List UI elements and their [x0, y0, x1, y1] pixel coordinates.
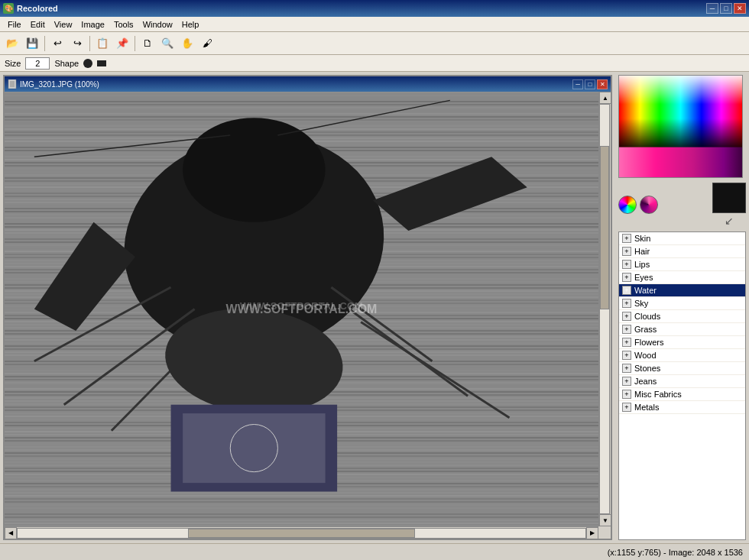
swatch-area: ↙ — [712, 183, 746, 227]
app-title: Recolored — [17, 4, 58, 13]
expand-icon[interactable]: + — [622, 403, 631, 412]
expand-icon[interactable]: + — [622, 299, 631, 308]
category-item-misc-fabrics[interactable]: +Misc Fabrics — [619, 388, 745, 401]
category-item-flowers[interactable]: +Flowers — [619, 336, 745, 349]
size-label: Size — [5, 59, 21, 68]
category-item-grass[interactable]: +Grass — [619, 323, 745, 336]
expand-icon[interactable]: + — [622, 377, 631, 386]
swap-colors-icon[interactable]: ↙ — [725, 215, 734, 227]
scroll-left-button[interactable]: ◀ — [5, 527, 17, 539]
toolbar-separator-3 — [135, 36, 135, 51]
image-minimize-button[interactable]: ─ — [572, 79, 583, 89]
category-label: Lips — [634, 260, 650, 269]
category-item-skin[interactable]: +Skin — [619, 232, 745, 245]
expand-icon[interactable]: + — [622, 312, 631, 321]
category-item-jeans[interactable]: +Jeans — [619, 375, 745, 388]
copy-button[interactable]: 📋 — [93, 34, 112, 53]
image-content[interactable]: WWW.SOFTPORTAL.COM — [5, 92, 598, 526]
redo-button[interactable]: ↪ — [68, 34, 86, 53]
horizontal-scrollbar[interactable]: ◀ ▶ — [5, 526, 598, 539]
expand-icon[interactable]: + — [622, 286, 631, 295]
image-window-controls[interactable]: ─ □ ✕ — [572, 79, 608, 89]
category-label: Jeans — [634, 377, 657, 386]
category-item-water[interactable]: +Water — [619, 284, 745, 297]
color-swatch[interactable] — [712, 183, 746, 213]
main-area: IMG_3201.JPG (100%) ─ □ ✕ WWW.SOFTPORTAL… — [0, 72, 749, 543]
expand-icon[interactable]: + — [622, 390, 631, 399]
svg-rect-1 — [10, 81, 15, 87]
category-item-clouds[interactable]: +Clouds — [619, 310, 745, 323]
category-label: Misc Fabrics — [634, 390, 682, 399]
right-panel: ↙ +Skin+Hair+Lips+Eyes+Water+Sky+Clouds+… — [615, 72, 749, 543]
category-item-wood[interactable]: +Wood — [619, 349, 745, 362]
scroll-track-horizontal[interactable] — [17, 528, 586, 539]
category-label: Stones — [634, 364, 660, 373]
square-shape-button[interactable] — [97, 60, 106, 66]
category-item-metals[interactable]: +Metals — [619, 401, 745, 414]
paste-button[interactable]: 📌 — [113, 34, 131, 53]
expand-icon[interactable]: + — [622, 325, 631, 334]
save-button[interactable]: 💾 — [23, 34, 41, 53]
category-label: Water — [634, 286, 657, 295]
expand-icon[interactable]: + — [622, 247, 631, 256]
scroll-track-vertical[interactable] — [599, 104, 610, 514]
color-picker[interactable] — [618, 75, 743, 178]
menu-item-tools[interactable]: Tools — [109, 18, 138, 31]
scroll-thumb-vertical[interactable] — [600, 146, 609, 309]
expand-icon[interactable]: + — [622, 338, 631, 347]
category-label: Flowers — [634, 338, 664, 347]
category-item-eyes[interactable]: +Eyes — [619, 271, 745, 284]
category-label: Wood — [634, 351, 657, 360]
title-bar-left: 🎨 Recolored — [3, 3, 58, 14]
category-list[interactable]: +Skin+Hair+Lips+Eyes+Water+Sky+Clouds+Gr… — [618, 231, 746, 540]
status-text: (x:1155 y:765) - Image: 2048 x 1536 — [608, 548, 743, 557]
size-bar: Size Shape — [0, 55, 749, 72]
vertical-scrollbar[interactable]: ▲ ▼ — [598, 92, 611, 526]
hand-tool-button[interactable]: ✋ — [178, 34, 196, 53]
open-button[interactable]: 📂 — [3, 34, 21, 53]
menu-item-view[interactable]: View — [50, 18, 77, 31]
category-item-lips[interactable]: +Lips — [619, 258, 745, 271]
minimize-button[interactable]: ─ — [706, 3, 718, 14]
color-wheel-1[interactable] — [618, 196, 637, 214]
image-main-row: WWW.SOFTPORTAL.COM ▲ ▼ — [5, 92, 611, 526]
expand-icon[interactable]: + — [622, 364, 631, 373]
paint-tool-button[interactable]: 🖌 — [198, 34, 216, 53]
category-item-hair[interactable]: +Hair — [619, 245, 745, 258]
color-wheel-2[interactable] — [640, 196, 658, 214]
title-bar-controls[interactable]: ─ □ ✕ — [706, 3, 746, 14]
status-bar: (x:1155 y:765) - Image: 2048 x 1536 — [0, 543, 749, 560]
scroll-up-button[interactable]: ▲ — [599, 92, 611, 104]
color-picker-canvas[interactable] — [619, 76, 742, 177]
scroll-down-button[interactable]: ▼ — [599, 514, 611, 526]
category-item-sky[interactable]: +Sky — [619, 297, 745, 310]
undo-button[interactable]: ↩ — [48, 34, 66, 53]
scroll-right-button[interactable]: ▶ — [586, 527, 598, 539]
circle-shape-button[interactable] — [83, 59, 92, 68]
image-maximize-button[interactable]: □ — [585, 79, 595, 89]
image-canvas[interactable] — [5, 92, 598, 526]
category-label: Grass — [634, 325, 657, 334]
toolbar-separator — [44, 36, 45, 51]
menu-item-help[interactable]: Help — [177, 18, 204, 31]
expand-icon[interactable]: + — [622, 234, 631, 243]
image-file-icon — [8, 79, 17, 89]
menu-item-edit[interactable]: Edit — [26, 18, 50, 31]
image-close-button[interactable]: ✕ — [597, 79, 608, 89]
expand-icon[interactable]: + — [622, 351, 631, 360]
menu-item-file[interactable]: File — [3, 18, 26, 31]
category-label: Eyes — [634, 273, 653, 282]
scroll-thumb-horizontal[interactable] — [188, 529, 415, 538]
menu-item-window[interactable]: Window — [138, 18, 177, 31]
close-button[interactable]: ✕ — [734, 3, 746, 14]
menu-item-image[interactable]: Image — [76, 18, 109, 31]
category-label: Metals — [634, 403, 659, 412]
size-input[interactable] — [25, 57, 50, 70]
expand-icon[interactable]: + — [622, 273, 631, 282]
category-item-stones[interactable]: +Stones — [619, 362, 745, 375]
category-label: Sky — [634, 299, 648, 308]
new-button[interactable]: 🗋 — [138, 34, 157, 53]
maximize-button[interactable]: □ — [720, 3, 732, 14]
zoom-button[interactable]: 🔍 — [158, 34, 177, 53]
expand-icon[interactable]: + — [622, 260, 631, 269]
